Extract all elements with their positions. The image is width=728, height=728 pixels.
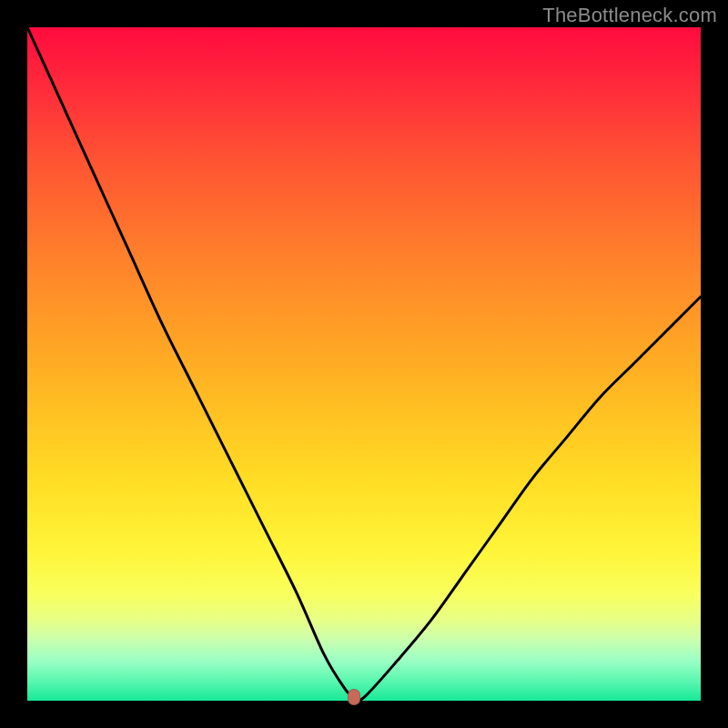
chart-background-gradient: [27, 27, 701, 701]
chart-area: [27, 27, 701, 701]
optimal-point-marker: [348, 689, 360, 705]
watermark-text: TheBottleneck.com: [542, 4, 717, 27]
